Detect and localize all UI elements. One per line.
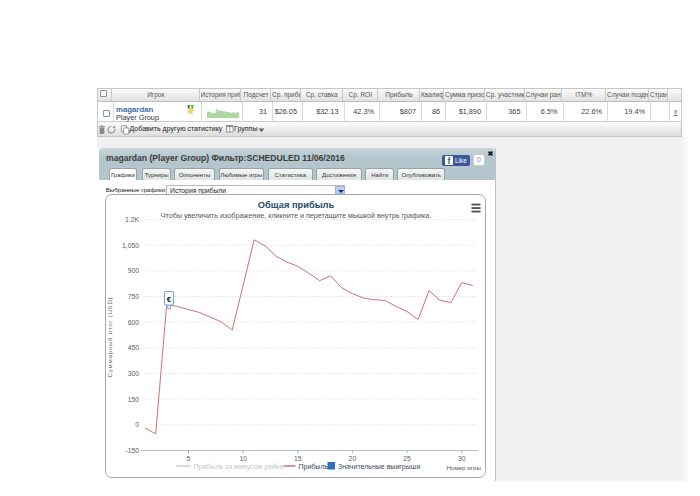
svg-text:10: 10 (239, 455, 247, 462)
svg-text:€: € (166, 295, 171, 304)
svg-text:450: 450 (127, 344, 139, 351)
svg-text:900: 900 (127, 267, 139, 274)
svg-text:1.2K: 1.2K (125, 216, 139, 223)
svg-text:15: 15 (294, 455, 302, 462)
svg-text:Прибыль за минусом рейка: Прибыль за минусом рейка (193, 463, 283, 471)
svg-text:5: 5 (186, 455, 190, 462)
svg-text:Прибыль: Прибыль (298, 463, 328, 471)
svg-text:1,050: 1,050 (121, 242, 138, 249)
svg-text:Суммарный итог (USD): Суммарный итог (USD) (106, 297, 113, 378)
svg-text:30: 30 (458, 455, 466, 462)
svg-text:Значительные выигрыши: Значительные выигрыши (338, 463, 420, 471)
svg-text:Чтобы увеличить изображение, к: Чтобы увеличить изображение, кликните и … (160, 211, 431, 220)
svg-text:750: 750 (127, 293, 139, 300)
svg-text:600: 600 (127, 319, 139, 326)
svg-text:20: 20 (348, 455, 356, 462)
svg-text:Номер игры: Номер игры (446, 464, 481, 471)
svg-text:-150: -150 (125, 447, 139, 454)
svg-text:150: 150 (127, 396, 139, 403)
svg-text:Общая прибыль: Общая прибыль (257, 200, 334, 210)
svg-text:300: 300 (127, 370, 139, 377)
svg-text:0: 0 (135, 421, 139, 428)
svg-text:25: 25 (403, 455, 411, 462)
